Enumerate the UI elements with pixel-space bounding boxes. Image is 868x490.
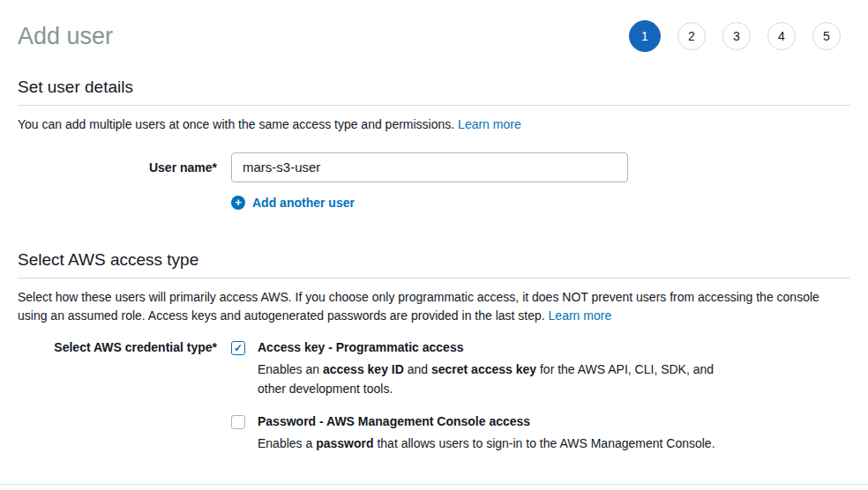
user-details-intro-text: You can add multiple users at once with …	[18, 117, 454, 131]
wizard-step-5[interactable]: 5	[812, 22, 841, 50]
add-user-page: Add user 1 2 3 4 5 Set user details You …	[0, 0, 868, 454]
desc-text: and	[404, 362, 431, 376]
desc-bold: access key ID	[323, 362, 404, 376]
password-option-desc: Enables a password that allows users to …	[258, 434, 715, 454]
wizard-step-4[interactable]: 4	[767, 22, 796, 50]
desc-text: Enables an	[258, 362, 323, 376]
password-option: Password - AWS Management Console access…	[258, 414, 715, 454]
access-key-option-title: Access key - Programmatic access	[258, 340, 738, 354]
desc-text: Enables a	[258, 436, 316, 450]
access-key-option: Access key - Programmatic access Enables…	[258, 340, 738, 398]
set-user-details-section: Set user details You can add multiple us…	[18, 78, 850, 210]
username-input[interactable]	[231, 152, 628, 182]
wizard-step-2[interactable]: 2	[677, 22, 706, 50]
learn-more-link-access-type[interactable]: Learn more	[549, 308, 612, 323]
wizard-footer: * Required Cancel Next: Permissions	[0, 484, 868, 490]
add-another-user-button[interactable]: + Add another user	[231, 196, 850, 210]
desc-bold: password	[316, 436, 373, 450]
password-option-title: Password - AWS Management Console access	[258, 414, 715, 428]
access-type-intro: Select how these users will primarily ac…	[18, 288, 850, 326]
add-another-user-label: Add another user	[252, 196, 355, 210]
username-label: User name*	[18, 152, 217, 174]
section-heading-access-type: Select AWS access type	[18, 250, 850, 278]
check-icon: ✓	[234, 343, 243, 353]
page-title: Add user	[18, 23, 113, 50]
plus-circle-icon: +	[231, 196, 245, 210]
wizard-step-1[interactable]: 1	[629, 20, 661, 52]
access-key-checkbox[interactable]: ✓	[231, 341, 245, 355]
page-header: Add user 1 2 3 4 5	[18, 14, 850, 58]
password-option-row: Password - AWS Management Console access…	[18, 414, 850, 454]
learn-more-link-user-details[interactable]: Learn more	[458, 117, 521, 131]
wizard-steps: 1 2 3 4 5	[629, 20, 841, 52]
desc-bold: secret access key	[431, 362, 536, 376]
username-row: User name*	[18, 152, 850, 182]
credential-type-label: Select AWS credential type*	[18, 340, 217, 354]
access-type-intro-text: Select how these users will primarily ac…	[18, 290, 819, 323]
access-key-option-row: Select AWS credential type* ✓ Access key…	[18, 340, 850, 398]
user-details-intro: You can add multiple users at once with …	[18, 115, 850, 135]
access-key-option-desc: Enables an access key ID and secret acce…	[258, 360, 738, 398]
select-access-type-section: Select AWS access type Select how these …	[18, 250, 850, 454]
password-checkbox[interactable]	[231, 415, 245, 429]
desc-text: that allows users to sign-in to the AWS …	[374, 436, 715, 450]
wizard-step-3[interactable]: 3	[722, 22, 751, 50]
section-heading-user-details: Set user details	[18, 78, 850, 106]
